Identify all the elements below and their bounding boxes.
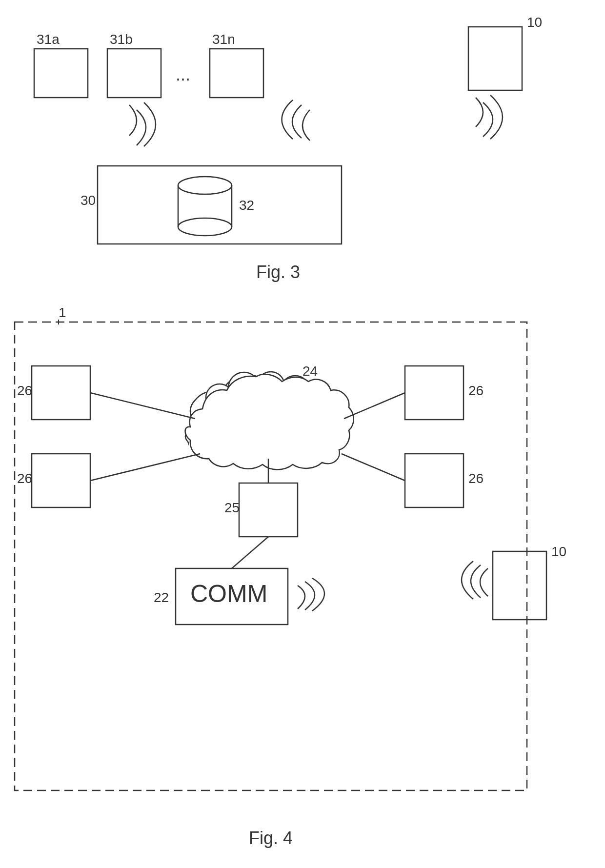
label-31n: 31n bbox=[212, 32, 235, 47]
dots: ... bbox=[176, 64, 190, 84]
label-26-tr: 26 bbox=[468, 383, 484, 398]
label-10-fig3: 10 bbox=[527, 15, 542, 30]
cloud-network: 24 bbox=[185, 363, 354, 470]
node-26-tr bbox=[405, 366, 464, 420]
label-26-br: 26 bbox=[468, 471, 484, 486]
line-tr-cloud bbox=[344, 393, 405, 419]
node-31b bbox=[107, 49, 161, 98]
device-10-fig4 bbox=[493, 551, 546, 620]
node-26-br bbox=[405, 454, 464, 507]
label-24: 24 bbox=[302, 363, 318, 379]
label-1-fig4: 1 bbox=[59, 305, 66, 320]
node-31n bbox=[210, 49, 263, 98]
label-30-fig3: 30 bbox=[81, 193, 96, 208]
label-25: 25 bbox=[224, 500, 240, 515]
comm-text: COMM bbox=[190, 580, 267, 607]
db-bottom bbox=[178, 218, 232, 236]
db-top bbox=[178, 177, 232, 194]
line-bl-cloud bbox=[90, 454, 200, 481]
label-32-fig3: 32 bbox=[239, 198, 254, 213]
router-box bbox=[239, 483, 298, 537]
fig3-title: Fig. 3 bbox=[256, 262, 300, 282]
node-31a bbox=[34, 49, 88, 98]
line-router-comm bbox=[232, 537, 268, 568]
label-31a: 31a bbox=[37, 32, 60, 47]
label-26-tl: 26 bbox=[17, 383, 32, 398]
label-10-fig4: 10 bbox=[551, 544, 566, 559]
device-10-fig3 bbox=[468, 27, 522, 90]
node-26-bl bbox=[32, 454, 90, 507]
label-22: 22 bbox=[154, 590, 169, 605]
label-31b: 31b bbox=[110, 32, 133, 47]
label-26-bl: 26 bbox=[17, 471, 32, 486]
page: 31a 31b ... 31n 10 30 32 Fig. 3 1 26 26 bbox=[0, 0, 605, 868]
node-26-tl bbox=[32, 366, 90, 420]
fig4-title: Fig. 4 bbox=[249, 828, 293, 848]
line-br-cloud bbox=[342, 454, 405, 481]
line-tl-cloud bbox=[90, 393, 195, 419]
